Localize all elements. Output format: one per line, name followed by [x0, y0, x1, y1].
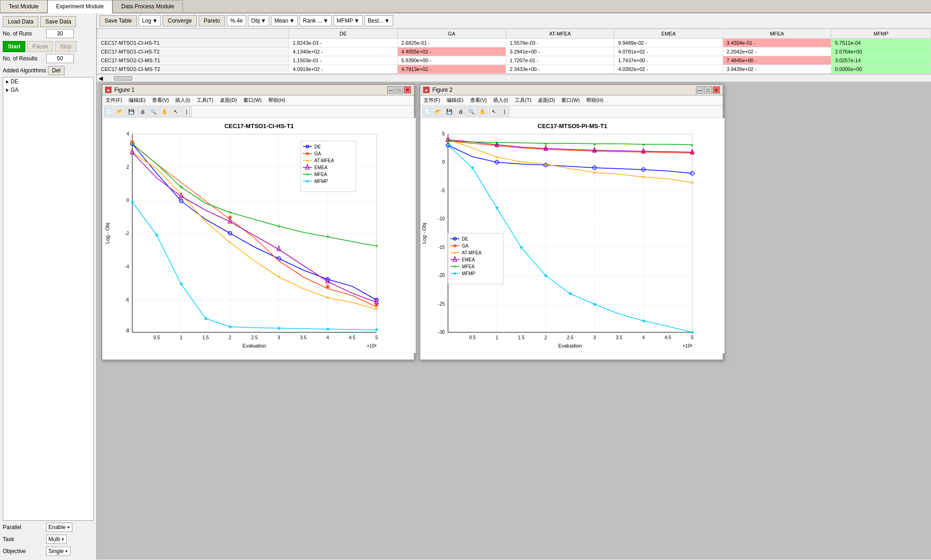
- menu-view[interactable]: 查看(V): [151, 96, 171, 104]
- load-data-button[interactable]: Load Data: [3, 16, 38, 27]
- menu2-help[interactable]: 帮助(H): [585, 96, 605, 104]
- menu-insert[interactable]: 插入(I): [174, 96, 191, 104]
- log-dropdown[interactable]: Log ▼: [139, 15, 161, 26]
- tab-experiment-module[interactable]: Experiment Module: [47, 0, 112, 13]
- fig2-pan-icon[interactable]: ✋: [477, 106, 488, 117]
- fig2-select-icon[interactable]: ↖: [489, 106, 499, 117]
- fig1-pan-icon[interactable]: ✋: [159, 106, 170, 117]
- fig2-print-icon[interactable]: 🖨: [455, 106, 466, 117]
- parallel-row: Parallel Enable ▼: [3, 523, 94, 532]
- figure-1-close-button[interactable]: ✕: [404, 86, 411, 94]
- svg-text:✕: ✕: [690, 180, 694, 185]
- col-header-at-mfea: AT-MFEA: [506, 29, 614, 39]
- pareto-button[interactable]: Pareto: [199, 15, 225, 26]
- added-algorithms-row: Added Algorithms Del: [3, 66, 94, 75]
- save-table-button[interactable]: Save Table: [100, 15, 137, 26]
- stat-label: Mean: [274, 18, 288, 24]
- table-cell: 3.2941e+00 -: [506, 47, 614, 56]
- fig2-new-icon[interactable]: 📄: [422, 106, 432, 117]
- fig1-new-icon[interactable]: 📄: [104, 106, 114, 117]
- menu2-insert[interactable]: 插入(I): [492, 96, 509, 104]
- figure-2-titlebar[interactable]: ▲ Figure 2 — □ ✕: [420, 85, 723, 95]
- figure-1-maximize-button[interactable]: □: [395, 86, 403, 94]
- fig1-open-icon[interactable]: 📂: [115, 106, 125, 117]
- parallel-dropdown[interactable]: Enable ▼: [46, 523, 72, 532]
- fig2-data-cursor-icon[interactable]: |: [500, 106, 510, 117]
- menu2-window[interactable]: 窗口(W): [560, 96, 581, 104]
- fig1-save-icon[interactable]: 💾: [126, 106, 136, 117]
- no-of-runs-input[interactable]: [46, 29, 74, 38]
- svg-text:MFMP: MFMP: [314, 179, 328, 184]
- fig1-data-cursor-icon[interactable]: |: [182, 106, 192, 117]
- log-label: Log: [142, 18, 151, 24]
- figure-1-minimize-button[interactable]: —: [387, 86, 395, 94]
- svg-text:EMEA: EMEA: [314, 165, 328, 170]
- fig1-print-icon[interactable]: 🖨: [137, 106, 147, 117]
- algo-dropdown[interactable]: MFMP ▼: [334, 15, 363, 26]
- menu-edit[interactable]: 编辑(E): [127, 96, 147, 104]
- svg-text:1: 1: [495, 335, 498, 340]
- svg-text:-6: -6: [125, 297, 129, 302]
- menu-help[interactable]: 帮助(H): [267, 96, 287, 104]
- fig2-save-icon[interactable]: 💾: [444, 106, 454, 117]
- no-of-results-input[interactable]: [46, 54, 74, 63]
- horizontal-scrollbar[interactable]: ◀: [97, 74, 931, 82]
- figure-2-close-button[interactable]: ✕: [713, 86, 720, 94]
- menu2-file[interactable]: 文件(F): [422, 96, 442, 104]
- algorithm-de[interactable]: ▶ DE: [3, 77, 93, 86]
- menu2-desktop[interactable]: 桌面(D): [536, 96, 556, 104]
- svg-text:GA: GA: [314, 151, 321, 156]
- tab-data-process-module[interactable]: Data Process Module: [112, 0, 183, 12]
- fig1-select-icon[interactable]: ↖: [171, 106, 181, 117]
- scroll-left-icon[interactable]: ◀: [97, 75, 105, 82]
- svg-text:3.5: 3.5: [300, 335, 306, 340]
- task-dropdown[interactable]: Multi ▼: [46, 535, 67, 544]
- stop-button[interactable]: Stop: [55, 41, 77, 52]
- menu2-edit[interactable]: 编辑(E): [445, 96, 465, 104]
- best-dropdown[interactable]: Best... ▼: [365, 15, 393, 26]
- save-data-button[interactable]: Save Data: [40, 16, 76, 27]
- stat-dropdown[interactable]: Mean ▼: [271, 15, 298, 26]
- fig2-zoom-icon[interactable]: 🔍: [466, 106, 477, 117]
- svg-text:MFEA: MFEA: [462, 264, 475, 269]
- menu2-view[interactable]: 查看(V): [469, 96, 489, 104]
- menu-desktop[interactable]: 桌面(D): [218, 96, 238, 104]
- objective-dropdown[interactable]: Single ▼: [46, 547, 71, 556]
- fig1-zoom-icon[interactable]: 🔍: [148, 106, 159, 117]
- svg-text:★: ★: [519, 244, 524, 251]
- obj-arrow-icon: ▼: [261, 18, 266, 24]
- figure-2-minimize-button[interactable]: —: [696, 86, 703, 94]
- menu-tools[interactable]: 工具(T): [195, 96, 215, 104]
- algorithm-ga[interactable]: ▶ GA: [3, 86, 93, 94]
- svg-text:MFMP: MFMP: [462, 271, 476, 276]
- svg-text:5: 5: [691, 335, 694, 340]
- format-dropdown[interactable]: %.4e: [227, 15, 246, 26]
- menu-file[interactable]: 文件(F): [104, 96, 124, 104]
- rank-dropdown[interactable]: Rank ... ▼: [300, 15, 331, 26]
- del-button[interactable]: Del: [48, 66, 65, 75]
- figure-1-window: ▲ Figure 1 — □ ✕ 文件(F) 编辑(E) 查看(V) 插入(I)…: [101, 84, 415, 360]
- figure-2-maximize-button[interactable]: □: [704, 86, 712, 94]
- svg-text:-10: -10: [438, 216, 445, 221]
- chevron-down-icon: ▼: [66, 525, 70, 530]
- start-button[interactable]: Start: [3, 41, 25, 52]
- menu-window[interactable]: 窗口(W): [242, 96, 263, 104]
- svg-text:-25: -25: [438, 301, 445, 307]
- obj-dropdown[interactable]: Obj ▼: [248, 15, 270, 26]
- figure-2-icon: ▲: [423, 87, 430, 93]
- figure-1-titlebar[interactable]: ▲ Figure 1 — □ ✕: [102, 85, 414, 95]
- converge-button[interactable]: Converge: [163, 15, 197, 26]
- figure-1-controls: — □ ✕: [387, 86, 411, 94]
- table-cell: 9.9489e-02 -: [614, 39, 723, 47]
- menu2-tools[interactable]: 工具(T): [513, 96, 533, 104]
- svg-text:4.5: 4.5: [349, 335, 355, 340]
- pause-button[interactable]: Pause: [27, 41, 53, 52]
- fig2-open-icon[interactable]: 📂: [433, 106, 443, 117]
- svg-text:-2: -2: [125, 231, 129, 236]
- svg-text:MFEA: MFEA: [314, 172, 327, 177]
- tab-test-module[interactable]: Test Module: [0, 0, 47, 12]
- svg-text:DE: DE: [462, 236, 468, 242]
- figure-2-chart: CEC17-MTSO5-PI-MS-T1: [420, 118, 725, 353]
- scroll-thumb[interactable]: [114, 76, 132, 81]
- table-cell: 2.2042e+02 -: [723, 47, 831, 56]
